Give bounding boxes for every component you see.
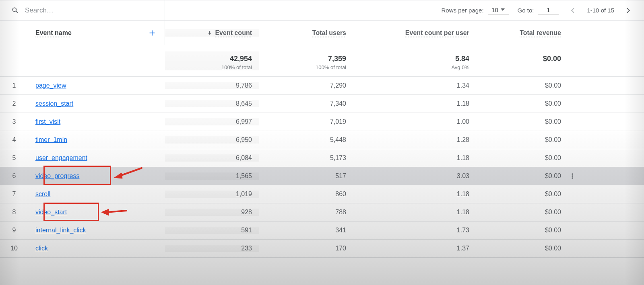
totals-row: 42,954 100% of total 7,359 100% of total… [0,45,644,77]
header-event-name[interactable]: Event name [28,29,165,37]
event-name-link[interactable]: session_start [35,100,73,107]
rows-per-page: Rows per page: 10 [442,6,509,14]
goto-label: Go to: [518,7,534,14]
row-event-name: user_engagement [28,154,165,162]
totals-event-count-sub: 100% of total [221,64,252,70]
row-index: 10 [0,245,28,252]
row-event-count: 8,645 [165,100,259,107]
row-count-per-user: 1.18 [353,100,477,107]
row-count-per-user: 1.34 [353,82,477,89]
row-total-users: 860 [259,191,353,198]
row-count-per-user: 1.73 [353,227,477,234]
event-name-link[interactable]: timer_1min [35,136,67,144]
row-total-users: 341 [259,227,353,234]
totals-revenue: $0.00 [477,51,568,70]
table-row[interactable]: 10click2331701.37$0.00 [0,240,644,258]
add-dimension-button[interactable] [147,28,157,38]
row-revenue: $0.00 [477,118,568,125]
table-row[interactable]: 8video_start9287881.18$0.00 [0,203,644,221]
search-input[interactable] [24,6,145,15]
row-event-count: 6,997 [165,118,259,125]
rows-per-page-select[interactable]: 10 [488,6,509,14]
prev-page-icon[interactable] [568,5,578,16]
totals-name [28,60,165,62]
totals-event-count: 42,954 100% of total [165,51,259,70]
rows-per-page-value: 10 [491,6,498,13]
more-vert-icon[interactable] [568,172,576,180]
table-row[interactable]: 7scroll1,0198601.18$0.00 [0,185,644,203]
header-event-count[interactable]: Event count [165,29,259,37]
table-header: Event name Event count Total users Event… [0,21,644,45]
goto-value: 1 [547,6,550,13]
header-total-users[interactable]: Total users [259,29,353,37]
event-name-link[interactable]: first_visit [35,118,60,125]
page-range: 1-10 of 15 [587,7,614,14]
row-total-users: 788 [259,209,353,216]
row-count-per-user: 1.18 [353,191,477,198]
table-row[interactable]: 6video_progress1,5655173.03$0.00 [0,167,644,185]
search-region [0,0,165,20]
row-revenue: $0.00 [477,191,568,198]
header-count-per-user-label: Event count per user [405,29,469,37]
table-row[interactable]: 5user_engagement6,0845,1731.18$0.00 [0,149,644,167]
row-revenue: $0.00 [477,172,568,180]
row-event-name: video_progress [28,172,165,180]
row-event-name: internal_link_click [28,227,165,234]
table-toolbar: Rows per page: 10 Go to: 1 1-10 of 15 [0,0,644,21]
caret-down-icon [501,8,505,11]
totals-revenue-value: $0.00 [543,54,561,64]
row-count-per-user: 1.37 [353,245,477,252]
goto-page: Go to: 1 [518,6,559,14]
row-index: 2 [0,100,28,107]
row-event-count: 591 [165,227,259,234]
row-total-users: 7,019 [259,118,353,125]
table-row[interactable]: 2session_start8,6457,3401.18$0.00 [0,95,644,113]
row-total-users: 517 [259,172,353,180]
row-total-users: 5,173 [259,154,353,162]
row-revenue: $0.00 [477,154,568,162]
row-index: 4 [0,136,28,144]
events-table: Event name Event count Total users Event… [0,21,644,258]
row-index: 5 [0,154,28,162]
header-total-revenue[interactable]: Total revenue [477,29,568,37]
totals-count-per-user: 5.84 Avg 0% [353,51,477,70]
row-revenue: $0.00 [477,82,568,89]
goto-input[interactable]: 1 [538,6,559,14]
event-name-link[interactable]: user_engagement [35,154,87,162]
row-count-per-user: 3.03 [353,172,477,180]
row-event-count: 233 [165,245,259,252]
table-row[interactable]: 4timer_1min6,9505,4481.28$0.00 [0,131,644,149]
row-event-count: 928 [165,209,259,216]
event-name-link[interactable]: click [35,245,48,252]
event-name-link[interactable]: video_start [35,209,67,216]
totals-total-users: 7,359 100% of total [259,51,353,70]
event-name-link[interactable]: video_progress [35,172,79,180]
row-total-users: 5,448 [259,136,353,144]
header-count-per-user[interactable]: Event count per user [353,29,477,37]
row-event-name: first_visit [28,118,165,125]
row-count-per-user: 1.00 [353,118,477,125]
event-name-link[interactable]: internal_link_click [35,227,86,234]
totals-total-users-sub: 100% of total [316,64,346,70]
next-page-icon[interactable] [623,5,634,16]
row-revenue: $0.00 [477,245,568,252]
table-row[interactable]: 3first_visit6,9977,0191.00$0.00 [0,113,644,131]
pagination-controls: Rows per page: 10 Go to: 1 1-10 of 15 [165,5,644,16]
totals-menu-spacer [568,60,613,62]
totals-count-per-user-sub: Avg 0% [451,64,469,70]
row-revenue: $0.00 [477,209,568,216]
table-row[interactable]: 1page_view9,7867,2901.34$0.00 [0,77,644,95]
row-index: 3 [0,118,28,125]
row-count-per-user: 1.18 [353,209,477,216]
header-total-revenue-label: Total revenue [520,29,561,37]
event-name-link[interactable]: scroll [35,191,50,198]
table-row[interactable]: 9internal_link_click5913411.73$0.00 [0,221,644,240]
row-index: 6 [0,172,28,180]
row-event-name: scroll [28,191,165,198]
row-index: 1 [0,82,28,89]
row-menu [568,172,613,180]
totals-event-count-value: 42,954 [230,54,252,64]
event-name-link[interactable]: page_view [35,82,66,89]
row-count-per-user: 1.18 [353,154,477,162]
row-event-name: page_view [28,82,165,89]
